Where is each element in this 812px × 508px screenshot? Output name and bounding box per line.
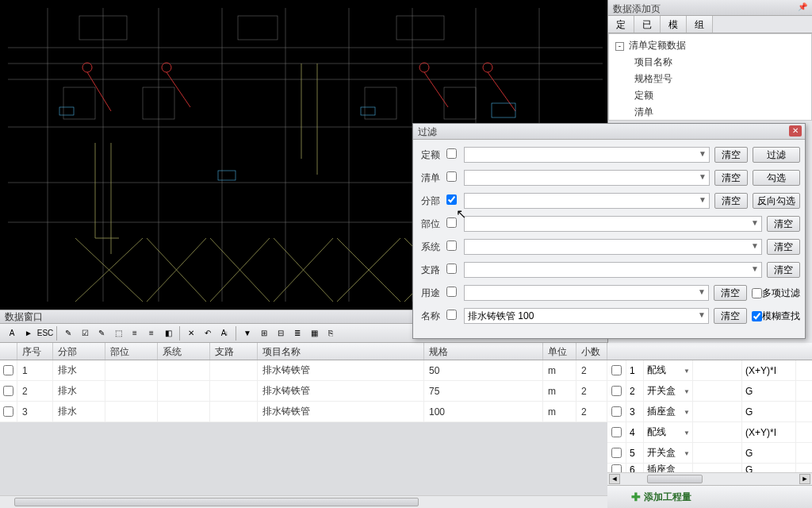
filter-combobox[interactable]: ▼ [464, 147, 710, 163]
filter-combobox[interactable]: ▼ [464, 308, 709, 324]
col-seq[interactable]: 序号 [17, 343, 53, 360]
right-table-row[interactable]: 2 开关盒▼ G [607, 381, 812, 402]
tree-item[interactable]: 规格型号 [612, 71, 806, 87]
toolbar-button[interactable]: ✎ [61, 326, 75, 341]
filter-checkbox[interactable] [446, 171, 457, 182]
clear-button[interactable]: 清空 [767, 262, 800, 278]
right-table-row[interactable]: 3 插座盒▼ G [607, 402, 812, 422]
toolbar-button[interactable]: ☑ [78, 326, 92, 341]
toolbar-button[interactable]: ✕ [184, 326, 198, 341]
dropdown-icon[interactable]: ▼ [684, 450, 690, 457]
toolbar-button[interactable]: ≣ [290, 326, 304, 341]
scrollbar-thumb[interactable] [647, 475, 703, 483]
row-checkbox[interactable] [611, 448, 622, 458]
dropdown-icon[interactable]: ▼ [751, 218, 759, 227]
tab-ding[interactable]: 定 [608, 16, 634, 33]
row-checkbox[interactable] [3, 365, 13, 375]
filter-input[interactable] [465, 309, 694, 323]
col-danwei[interactable]: 单位 [543, 343, 576, 360]
right-table-row[interactable]: 1 配线▼ (X+Y)*I [607, 360, 812, 381]
row-checkbox[interactable] [611, 427, 622, 437]
toolbar-button[interactable]: ✎ [94, 326, 109, 341]
horizontal-scrollbar[interactable] [0, 495, 607, 508]
tree-view[interactable]: -清单定额数据 项目名称 规格型号 定额 清单 单位 [608, 33, 812, 121]
filter-checkbox[interactable] [446, 264, 457, 274]
clear-button[interactable]: 清空 [767, 239, 800, 255]
col-zhilu[interactable]: 支路 [210, 343, 258, 360]
toolbar-button[interactable]: ≡ [144, 326, 159, 341]
dropdown-icon[interactable]: ▼ [699, 195, 707, 204]
clear-button[interactable]: 清空 [767, 216, 800, 232]
col-fenbu[interactable]: 分部 [53, 343, 105, 360]
toolbar-button[interactable]: ⊞ [257, 326, 271, 341]
dropdown-icon[interactable]: ▼ [684, 388, 690, 395]
filter-input[interactable] [465, 194, 695, 208]
pin-icon[interactable]: 📌 [798, 2, 807, 11]
toolbar-button[interactable]: ▦ [307, 326, 321, 341]
filter-input[interactable] [465, 148, 695, 162]
filter-input[interactable] [465, 286, 694, 300]
dropdown-icon[interactable]: ▼ [684, 368, 690, 375]
filter-combobox[interactable]: ▼ [464, 262, 762, 278]
filter-action-button[interactable]: 勾选 [753, 170, 800, 186]
add-engineering-button[interactable]: ✚ 添加工程量 [607, 485, 812, 508]
filter-checkbox[interactable] [446, 148, 457, 159]
fuzzy-search-checkbox[interactable] [752, 311, 762, 321]
scrollbar-thumb[interactable] [14, 498, 419, 506]
tree-item[interactable]: 项目名称 [612, 54, 806, 71]
filter-combobox[interactable]: ▼ [464, 193, 710, 209]
toolbar-button[interactable]: Aᵢ [217, 326, 232, 341]
multi-filter-checkbox[interactable] [752, 288, 762, 298]
table-row[interactable]: 1 排水 排水铸铁管 50 m 2 [0, 360, 607, 381]
filter-input[interactable] [465, 263, 747, 277]
filter-checkbox[interactable] [446, 310, 457, 320]
filter-input[interactable] [465, 240, 747, 254]
row-checkbox[interactable] [3, 406, 13, 417]
toolbar-button[interactable]: ESC [38, 326, 52, 341]
filter-action-button[interactable]: 反向勾选 [753, 193, 800, 209]
dropdown-icon[interactable]: ▼ [684, 409, 690, 416]
toolbar-button[interactable]: ↶ [201, 326, 215, 341]
filter-checkbox[interactable] [446, 241, 457, 251]
right-table-row[interactable]: 5 开关盒▼ G [607, 443, 812, 464]
toolbar-button[interactable]: ⬚ [111, 326, 125, 341]
filter-checkbox[interactable] [446, 287, 457, 297]
dropdown-icon[interactable]: ▼ [684, 429, 690, 437]
filter-combobox[interactable]: ▼ [464, 170, 710, 186]
row-checkbox[interactable] [611, 406, 622, 417]
tree-item[interactable]: 清单 [612, 104, 806, 121]
clear-button[interactable]: 清空 [714, 193, 748, 209]
toolbar-button[interactable]: ⎘ [324, 326, 338, 341]
dropdown-icon[interactable]: ▼ [699, 149, 707, 158]
row-checkbox[interactable] [611, 365, 622, 375]
clear-button[interactable]: 清空 [714, 170, 748, 186]
dropdown-icon[interactable]: ▼ [699, 172, 707, 181]
row-checkbox[interactable] [3, 386, 13, 396]
tab-yi[interactable]: 已 [634, 16, 661, 33]
col-buwei[interactable]: 部位 [105, 343, 158, 360]
table-row[interactable]: 2 排水 排水铸铁管 75 m 2 [0, 381, 607, 402]
filter-input[interactable] [465, 171, 695, 185]
row-checkbox[interactable] [611, 386, 622, 396]
toolbar-button[interactable]: ◧ [161, 326, 175, 341]
col-xiaoshu[interactable]: 小数 [576, 343, 607, 360]
filter-combobox[interactable]: ▼ [464, 216, 762, 232]
toolbar-button[interactable]: ⊟ [274, 326, 288, 341]
scroll-right-icon[interactable]: ► [799, 474, 810, 484]
filter-checkbox[interactable] [446, 217, 457, 228]
scroll-left-icon[interactable]: ◄ [609, 474, 620, 484]
filter-combobox[interactable]: ▼ [464, 285, 709, 301]
col-guige[interactable]: 规格 [424, 343, 543, 360]
dialog-titlebar[interactable]: 过滤 ✕ [413, 124, 805, 140]
clear-button[interactable]: 清空 [714, 147, 748, 163]
tree-item[interactable]: 定额 [612, 87, 806, 104]
right-table-row[interactable]: 4 配线▼ (X+Y)*I [607, 422, 812, 443]
dropdown-icon[interactable]: ▼ [751, 264, 759, 273]
toolbar-button[interactable]: ▼ [240, 326, 255, 341]
tab-mo[interactable]: 模 [661, 16, 687, 33]
col-xitong[interactable]: 系统 [158, 343, 210, 360]
toolbar-button[interactable]: A [5, 326, 19, 341]
toolbar-button[interactable]: ► [21, 326, 36, 341]
right-scrollbar[interactable]: ◄ ► [607, 472, 812, 485]
dropdown-icon[interactable]: ▼ [698, 287, 706, 296]
